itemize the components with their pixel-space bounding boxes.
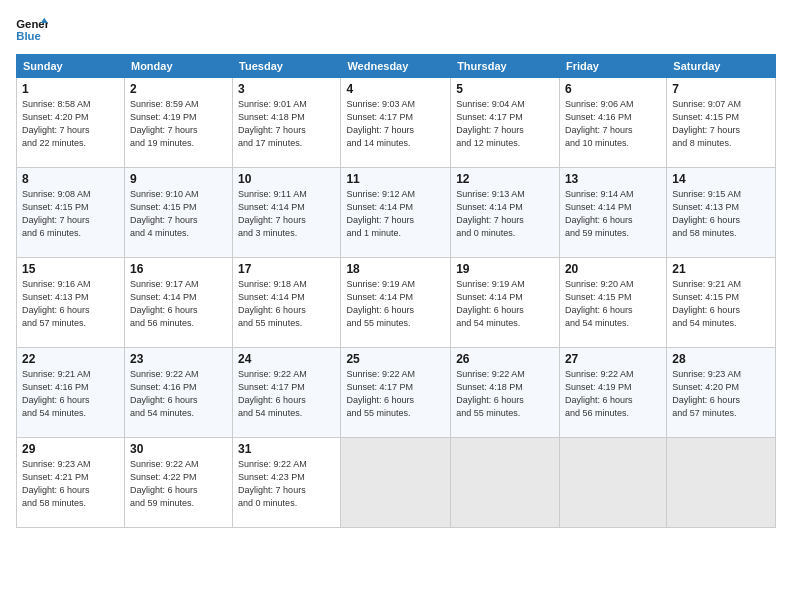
cell-text: Sunrise: 9:22 AMSunset: 4:16 PMDaylight:… bbox=[130, 368, 227, 420]
calendar-page: General Blue SundayMondayTuesdayWednesda… bbox=[0, 0, 792, 612]
weekday-header-wednesday: Wednesday bbox=[341, 55, 451, 78]
calendar-cell bbox=[667, 438, 776, 528]
cell-text: Sunrise: 9:01 AMSunset: 4:18 PMDaylight:… bbox=[238, 98, 335, 150]
day-number: 3 bbox=[238, 82, 335, 96]
logo: General Blue bbox=[16, 16, 48, 44]
weekday-row: SundayMondayTuesdayWednesdayThursdayFrid… bbox=[17, 55, 776, 78]
day-number: 26 bbox=[456, 352, 554, 366]
calendar-cell: 28Sunrise: 9:23 AMSunset: 4:20 PMDayligh… bbox=[667, 348, 776, 438]
cell-text: Sunrise: 9:15 AMSunset: 4:13 PMDaylight:… bbox=[672, 188, 770, 240]
cell-text: Sunrise: 9:11 AMSunset: 4:14 PMDaylight:… bbox=[238, 188, 335, 240]
day-number: 1 bbox=[22, 82, 119, 96]
day-number: 2 bbox=[130, 82, 227, 96]
calendar-cell: 2Sunrise: 8:59 AMSunset: 4:19 PMDaylight… bbox=[124, 78, 232, 168]
calendar-cell: 10Sunrise: 9:11 AMSunset: 4:14 PMDayligh… bbox=[233, 168, 341, 258]
calendar-cell: 26Sunrise: 9:22 AMSunset: 4:18 PMDayligh… bbox=[451, 348, 560, 438]
day-number: 7 bbox=[672, 82, 770, 96]
day-number: 11 bbox=[346, 172, 445, 186]
week-row-3: 15Sunrise: 9:16 AMSunset: 4:13 PMDayligh… bbox=[17, 258, 776, 348]
cell-text: Sunrise: 9:07 AMSunset: 4:15 PMDaylight:… bbox=[672, 98, 770, 150]
cell-text: Sunrise: 9:14 AMSunset: 4:14 PMDaylight:… bbox=[565, 188, 661, 240]
calendar-cell: 16Sunrise: 9:17 AMSunset: 4:14 PMDayligh… bbox=[124, 258, 232, 348]
cell-text: Sunrise: 9:12 AMSunset: 4:14 PMDaylight:… bbox=[346, 188, 445, 240]
svg-text:Blue: Blue bbox=[16, 30, 41, 42]
calendar-cell: 7Sunrise: 9:07 AMSunset: 4:15 PMDaylight… bbox=[667, 78, 776, 168]
day-number: 25 bbox=[346, 352, 445, 366]
calendar-cell: 15Sunrise: 9:16 AMSunset: 4:13 PMDayligh… bbox=[17, 258, 125, 348]
cell-text: Sunrise: 9:22 AMSunset: 4:17 PMDaylight:… bbox=[346, 368, 445, 420]
calendar-header: SundayMondayTuesdayWednesdayThursdayFrid… bbox=[17, 55, 776, 78]
cell-text: Sunrise: 9:10 AMSunset: 4:15 PMDaylight:… bbox=[130, 188, 227, 240]
day-number: 21 bbox=[672, 262, 770, 276]
calendar-cell: 18Sunrise: 9:19 AMSunset: 4:14 PMDayligh… bbox=[341, 258, 451, 348]
calendar-cell: 5Sunrise: 9:04 AMSunset: 4:17 PMDaylight… bbox=[451, 78, 560, 168]
cell-text: Sunrise: 9:22 AMSunset: 4:19 PMDaylight:… bbox=[565, 368, 661, 420]
calendar-cell: 30Sunrise: 9:22 AMSunset: 4:22 PMDayligh… bbox=[124, 438, 232, 528]
weekday-header-thursday: Thursday bbox=[451, 55, 560, 78]
day-number: 12 bbox=[456, 172, 554, 186]
weekday-header-tuesday: Tuesday bbox=[233, 55, 341, 78]
calendar-cell: 1Sunrise: 8:58 AMSunset: 4:20 PMDaylight… bbox=[17, 78, 125, 168]
day-number: 19 bbox=[456, 262, 554, 276]
day-number: 31 bbox=[238, 442, 335, 456]
calendar-cell bbox=[341, 438, 451, 528]
cell-text: Sunrise: 9:08 AMSunset: 4:15 PMDaylight:… bbox=[22, 188, 119, 240]
cell-text: Sunrise: 9:03 AMSunset: 4:17 PMDaylight:… bbox=[346, 98, 445, 150]
calendar-cell: 21Sunrise: 9:21 AMSunset: 4:15 PMDayligh… bbox=[667, 258, 776, 348]
cell-text: Sunrise: 9:06 AMSunset: 4:16 PMDaylight:… bbox=[565, 98, 661, 150]
weekday-header-monday: Monday bbox=[124, 55, 232, 78]
calendar-cell: 8Sunrise: 9:08 AMSunset: 4:15 PMDaylight… bbox=[17, 168, 125, 258]
day-number: 28 bbox=[672, 352, 770, 366]
cell-text: Sunrise: 9:04 AMSunset: 4:17 PMDaylight:… bbox=[456, 98, 554, 150]
day-number: 15 bbox=[22, 262, 119, 276]
cell-text: Sunrise: 9:22 AMSunset: 4:18 PMDaylight:… bbox=[456, 368, 554, 420]
cell-text: Sunrise: 9:22 AMSunset: 4:17 PMDaylight:… bbox=[238, 368, 335, 420]
calendar-cell: 24Sunrise: 9:22 AMSunset: 4:17 PMDayligh… bbox=[233, 348, 341, 438]
calendar-cell: 17Sunrise: 9:18 AMSunset: 4:14 PMDayligh… bbox=[233, 258, 341, 348]
cell-text: Sunrise: 9:22 AMSunset: 4:22 PMDaylight:… bbox=[130, 458, 227, 510]
cell-text: Sunrise: 9:17 AMSunset: 4:14 PMDaylight:… bbox=[130, 278, 227, 330]
day-number: 23 bbox=[130, 352, 227, 366]
cell-text: Sunrise: 8:58 AMSunset: 4:20 PMDaylight:… bbox=[22, 98, 119, 150]
calendar-cell: 23Sunrise: 9:22 AMSunset: 4:16 PMDayligh… bbox=[124, 348, 232, 438]
cell-text: Sunrise: 9:19 AMSunset: 4:14 PMDaylight:… bbox=[346, 278, 445, 330]
day-number: 18 bbox=[346, 262, 445, 276]
day-number: 17 bbox=[238, 262, 335, 276]
day-number: 4 bbox=[346, 82, 445, 96]
day-number: 9 bbox=[130, 172, 227, 186]
calendar-cell bbox=[451, 438, 560, 528]
day-number: 24 bbox=[238, 352, 335, 366]
weekday-header-friday: Friday bbox=[559, 55, 666, 78]
week-row-5: 29Sunrise: 9:23 AMSunset: 4:21 PMDayligh… bbox=[17, 438, 776, 528]
cell-text: Sunrise: 9:19 AMSunset: 4:14 PMDaylight:… bbox=[456, 278, 554, 330]
calendar-cell: 3Sunrise: 9:01 AMSunset: 4:18 PMDaylight… bbox=[233, 78, 341, 168]
day-number: 27 bbox=[565, 352, 661, 366]
week-row-2: 8Sunrise: 9:08 AMSunset: 4:15 PMDaylight… bbox=[17, 168, 776, 258]
cell-text: Sunrise: 9:23 AMSunset: 4:20 PMDaylight:… bbox=[672, 368, 770, 420]
day-number: 14 bbox=[672, 172, 770, 186]
day-number: 20 bbox=[565, 262, 661, 276]
header: General Blue bbox=[16, 16, 776, 44]
day-number: 16 bbox=[130, 262, 227, 276]
week-row-4: 22Sunrise: 9:21 AMSunset: 4:16 PMDayligh… bbox=[17, 348, 776, 438]
cell-text: Sunrise: 9:21 AMSunset: 4:15 PMDaylight:… bbox=[672, 278, 770, 330]
logo-icon: General Blue bbox=[16, 16, 48, 44]
calendar-table: SundayMondayTuesdayWednesdayThursdayFrid… bbox=[16, 54, 776, 528]
day-number: 13 bbox=[565, 172, 661, 186]
day-number: 30 bbox=[130, 442, 227, 456]
calendar-cell: 29Sunrise: 9:23 AMSunset: 4:21 PMDayligh… bbox=[17, 438, 125, 528]
calendar-cell: 12Sunrise: 9:13 AMSunset: 4:14 PMDayligh… bbox=[451, 168, 560, 258]
day-number: 5 bbox=[456, 82, 554, 96]
calendar-cell: 14Sunrise: 9:15 AMSunset: 4:13 PMDayligh… bbox=[667, 168, 776, 258]
week-row-1: 1Sunrise: 8:58 AMSunset: 4:20 PMDaylight… bbox=[17, 78, 776, 168]
calendar-cell: 13Sunrise: 9:14 AMSunset: 4:14 PMDayligh… bbox=[559, 168, 666, 258]
calendar-cell: 9Sunrise: 9:10 AMSunset: 4:15 PMDaylight… bbox=[124, 168, 232, 258]
calendar-cell: 31Sunrise: 9:22 AMSunset: 4:23 PMDayligh… bbox=[233, 438, 341, 528]
calendar-cell bbox=[559, 438, 666, 528]
day-number: 22 bbox=[22, 352, 119, 366]
weekday-header-saturday: Saturday bbox=[667, 55, 776, 78]
cell-text: Sunrise: 9:20 AMSunset: 4:15 PMDaylight:… bbox=[565, 278, 661, 330]
calendar-cell: 25Sunrise: 9:22 AMSunset: 4:17 PMDayligh… bbox=[341, 348, 451, 438]
calendar-cell: 19Sunrise: 9:19 AMSunset: 4:14 PMDayligh… bbox=[451, 258, 560, 348]
day-number: 10 bbox=[238, 172, 335, 186]
